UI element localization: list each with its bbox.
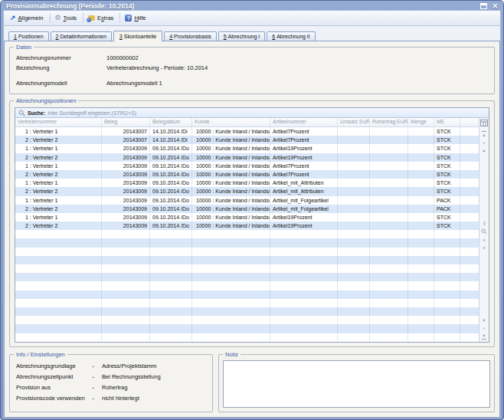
restore-icon[interactable] — [480, 3, 487, 9]
details-view-icon[interactable]: ||| — [483, 221, 485, 225]
table-row[interactable]: 2 : Vertreter 2 20143009 09.10.2014 /Do … — [15, 187, 479, 195]
cell-artikelnummer — [270, 299, 338, 307]
extras-button[interactable]: Extras — [84, 13, 119, 23]
tab[interactable]: 2Detailinformationen — [51, 31, 112, 41]
table-row[interactable]: 1 : Vertreter 1 20143009 09.10.2014 /Do … — [15, 196, 479, 205]
table-row[interactable] — [15, 238, 479, 247]
scroll-first-icon[interactable]: ▲ — [482, 131, 486, 137]
search-placeholder: Hier Suchbegriff eingeben (STRG+S) — [47, 110, 136, 116]
cell-menge — [408, 153, 434, 162]
column-header[interactable]: Belegdatum — [150, 118, 192, 126]
cell-belegdatum — [150, 256, 192, 264]
column-header[interactable]: Rohertrag EUR — [370, 118, 408, 126]
cell-rohertrag — [370, 290, 408, 299]
tab-number: 3 — [119, 34, 123, 39]
cell-artikelnummer: Artikel_mit_Folgeartikel — [270, 205, 338, 213]
cell-vertreternummer — [15, 273, 102, 281]
hilfe-button[interactable]: ? Hilfe — [121, 13, 151, 23]
close-icon[interactable]: ✕ — [492, 3, 498, 9]
table-row[interactable] — [15, 299, 479, 307]
cell-vertreternummer: 2 : Vertreter 2 — [15, 187, 102, 195]
tab[interactable]: 6Abrechnung II — [267, 31, 316, 41]
cell-artikelnummer — [270, 316, 338, 324]
table-row[interactable] — [15, 256, 479, 264]
cell-beleg: 20143009 — [102, 144, 150, 153]
scroll-last-icon[interactable]: ▼ — [482, 333, 486, 340]
cell-umsatz — [338, 248, 370, 256]
row-up-icon[interactable]: ▲ — [482, 148, 486, 153]
cell-umsatz — [338, 307, 370, 316]
table-row[interactable]: 2 : Vertreter 2 20143009 09.10.2014 /Do … — [15, 170, 479, 179]
cell-me: STCK — [434, 221, 460, 230]
cell-beleg: 20143007 — [102, 127, 150, 136]
table-row[interactable]: 1 : Vertreter 1 20143009 09.10.2014 /Do … — [15, 144, 479, 153]
table-row[interactable] — [15, 290, 479, 299]
cell-umsatz — [338, 144, 370, 153]
cell-kunde: 10000 : Kunde Inland / Inlandsort — [192, 196, 270, 205]
sort-icon[interactable]: ≡ — [483, 245, 485, 250]
column-header[interactable]: Menge — [408, 118, 434, 126]
column-header[interactable]: ME — [434, 118, 460, 126]
table-row[interactable] — [15, 316, 479, 324]
table-row[interactable]: 2 : Vertreter 2 20143009 09.10.2014 /Do … — [15, 153, 479, 162]
cell-artikelnummer — [270, 290, 338, 299]
table-row[interactable] — [15, 273, 479, 281]
row-down-icon[interactable]: ▼ — [482, 318, 486, 323]
page-up-icon[interactable]: + — [483, 140, 485, 145]
table-row[interactable]: 1 : Vertreter 1 20143009 09.10.2014 /Do … — [15, 162, 479, 170]
table-row[interactable] — [15, 307, 479, 316]
table-row[interactable] — [15, 248, 479, 256]
cell-rohertrag — [370, 316, 408, 324]
search-bar[interactable]: Suche: Hier Suchbegriff eingeben (STRG+S… — [15, 108, 489, 118]
cell-filler — [460, 221, 479, 230]
cell-rohertrag — [370, 213, 408, 221]
table-row[interactable]: 1 : Vertreter 1 20143007 14.10.2014 /Di … — [15, 127, 479, 136]
table-row[interactable]: 2 : Vertreter 2 20143009 09.10.2014 /Do … — [15, 205, 479, 213]
cell-belegdatum — [150, 299, 192, 307]
grid-search-icon[interactable] — [481, 228, 487, 235]
table-row[interactable] — [15, 281, 479, 290]
cell-belegdatum: 09.10.2014 /Do — [150, 144, 192, 153]
table-row[interactable]: 2 : Vertreter 2 20143007 14.10.2014 /Di … — [15, 136, 479, 144]
tab[interactable]: 1Positionen — [8, 31, 49, 41]
column-header[interactable]: Umsatz EUR — [338, 118, 370, 126]
list-view-icon[interactable]: ≡ — [483, 238, 485, 242]
cell-beleg — [102, 273, 150, 281]
cell-umsatz — [338, 205, 370, 213]
cell-filler — [460, 162, 479, 170]
notiz-textarea[interactable] — [223, 360, 490, 408]
column-header[interactable]: Beleg — [102, 118, 150, 126]
cell-umsatz — [338, 213, 370, 221]
table-row[interactable] — [15, 324, 479, 333]
column-header[interactable]: Kunde — [192, 118, 270, 126]
tools-button[interactable]: ⚙ Tools — [51, 13, 83, 23]
column-header[interactable]: Artikelnummer — [270, 118, 338, 126]
cell-vertreternummer — [15, 290, 102, 299]
cell-umsatz — [338, 179, 370, 187]
cell-filler — [460, 238, 479, 247]
tab[interactable]: 5Abrechnung I — [218, 31, 266, 41]
table-row[interactable]: 1 : Vertreter 1 20143009 09.10.2014 /Do … — [15, 179, 479, 187]
tab[interactable]: 4Provisionsbasis — [164, 31, 217, 41]
column-header[interactable]: Vertreternummer — [15, 118, 102, 126]
table-row[interactable]: 2 : Vertreter 2 20143009 09.10.2014 /Do … — [15, 221, 479, 230]
table-row[interactable] — [15, 230, 479, 238]
allgemein-button[interactable]: ↗ Allgemein — [6, 13, 49, 23]
table-row[interactable] — [15, 333, 479, 342]
cell-menge — [408, 162, 434, 170]
page-down-icon[interactable]: + — [483, 326, 485, 330]
cell-vertreternummer — [15, 238, 102, 247]
cell-me — [434, 238, 460, 247]
cell-vertreternummer: 2 : Vertreter 2 — [15, 136, 102, 144]
table-row[interactable] — [15, 264, 479, 273]
cell-kunde — [192, 264, 270, 273]
table-row[interactable]: 1 : Vertreter 1 20143009 09.10.2014 /Do … — [15, 213, 479, 221]
tab[interactable]: 3Skontoanteile — [113, 31, 162, 41]
cell-rohertrag — [370, 238, 408, 247]
tab-label: Provisionsbasis — [174, 34, 211, 39]
cell-menge — [408, 136, 434, 144]
cell-artikelnummer: Artikel7Prozent — [270, 162, 338, 170]
cell-kunde — [192, 290, 270, 299]
column-chooser-icon[interactable] — [480, 120, 488, 126]
cell-me: STCK — [434, 153, 460, 162]
